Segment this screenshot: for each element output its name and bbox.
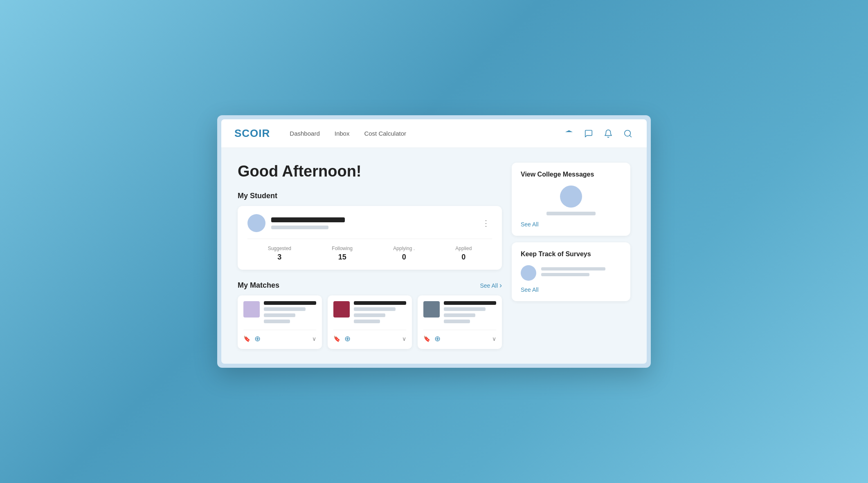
header-icons <box>563 128 634 139</box>
left-panel: Good Afternoon! My Student ⋮ <box>238 163 502 349</box>
bookmark-icon-1[interactable]: 🔖 <box>243 335 250 342</box>
match-bar-2-4 <box>354 320 380 323</box>
header: SCOIR Dashboard Inbox Cost Calculator <box>221 119 647 148</box>
college-messages-bar <box>546 212 596 215</box>
nav: Dashboard Inbox Cost Calculator <box>290 128 563 139</box>
match-card-3: 🔖 ⊕ ∨ <box>418 295 502 349</box>
college-logo-3 <box>423 301 440 318</box>
match-bar-2-2 <box>354 307 396 311</box>
match-bar-2-3 <box>354 313 385 317</box>
survey-bar-1 <box>541 267 605 271</box>
bank-icon[interactable] <box>563 128 575 139</box>
stat-applied-label: Applied <box>455 246 472 251</box>
greeting: Good Afternoon! <box>238 163 502 180</box>
nav-cost-calculator[interactable]: Cost Calculator <box>364 128 406 139</box>
student-card: ⋮ Suggested 3 Following 15 Apply <box>238 206 502 270</box>
college-logo-1 <box>243 301 260 318</box>
student-info <box>271 217 480 229</box>
surveys-card: Keep Track of Surveys See All <box>512 242 630 301</box>
stat-suggested: Suggested 3 <box>268 246 291 262</box>
stat-following-label: Following <box>332 246 353 251</box>
nav-inbox[interactable]: Inbox <box>335 128 350 139</box>
app-container: SCOIR Dashboard Inbox Cost Calculator <box>221 119 647 364</box>
stat-following: Following 15 <box>332 246 353 262</box>
right-panel: View College Messages See All Keep Track… <box>512 163 630 349</box>
college-messages-avatar <box>560 186 582 208</box>
match-card-1-header <box>243 301 316 326</box>
match-actions-3: 🔖 ⊕ ∨ <box>423 330 496 343</box>
search-icon[interactable] <box>622 128 634 139</box>
window-frame: SCOIR Dashboard Inbox Cost Calculator <box>217 115 651 368</box>
student-header: ⋮ <box>247 214 492 232</box>
college-messages-body <box>521 186 621 215</box>
match-bar-1-1 <box>264 301 316 305</box>
student-sub-bar <box>271 226 328 229</box>
chevron-icon-2[interactable]: ∨ <box>402 335 406 342</box>
match-actions-1: 🔖 ⊕ ∨ <box>243 330 316 343</box>
college-messages-see-all[interactable]: See All <box>521 221 621 228</box>
student-name-bar <box>271 217 345 222</box>
match-text-1 <box>264 301 316 326</box>
bookmark-icon-3[interactable]: 🔖 <box>423 335 430 342</box>
add-icon-3[interactable]: ⊕ <box>434 334 441 343</box>
stat-applying: Applying . 0 <box>393 246 415 262</box>
college-messages-card: View College Messages See All <box>512 163 630 236</box>
match-bar-1-4 <box>264 320 290 323</box>
stat-applied: Applied 0 <box>455 246 472 262</box>
stat-suggested-label: Suggested <box>268 246 291 251</box>
my-matches-title: My Matches <box>238 281 279 290</box>
match-bar-3-2 <box>444 307 486 311</box>
chevron-icon-3[interactable]: ∨ <box>492 335 496 342</box>
match-card-2: 🔖 ⊕ ∨ <box>328 295 412 349</box>
college-messages-title: View College Messages <box>521 171 621 178</box>
message-icon[interactable] <box>583 128 594 139</box>
bell-icon[interactable] <box>603 128 614 139</box>
more-options-button[interactable]: ⋮ <box>480 217 492 230</box>
my-student-title: My Student <box>238 192 502 200</box>
stats-row: Suggested 3 Following 15 Applying . 0 <box>247 246 492 262</box>
add-icon-1[interactable]: ⊕ <box>254 334 261 343</box>
match-text-3 <box>444 301 496 326</box>
matches-grid: 🔖 ⊕ ∨ <box>238 295 502 349</box>
match-actions-2: 🔖 ⊕ ∨ <box>333 330 406 343</box>
match-text-2 <box>354 301 406 326</box>
student-avatar <box>247 214 265 232</box>
student-divider <box>247 239 492 239</box>
stat-applying-label: Applying . <box>393 246 415 251</box>
nav-dashboard[interactable]: Dashboard <box>290 128 319 139</box>
match-bar-1-3 <box>264 313 295 317</box>
college-logo-2 <box>333 301 350 318</box>
match-bar-1-2 <box>264 307 306 311</box>
stat-applying-value: 0 <box>393 253 415 262</box>
surveys-see-all[interactable]: See All <box>521 286 621 293</box>
stat-following-value: 15 <box>332 253 353 262</box>
bookmark-icon-2[interactable]: 🔖 <box>333 335 340 342</box>
stat-suggested-value: 3 <box>268 253 291 262</box>
survey-bars <box>541 267 621 279</box>
match-card-2-header <box>333 301 406 326</box>
match-bar-3-4 <box>444 320 470 323</box>
surveys-title: Keep Track of Surveys <box>521 250 621 258</box>
main-content: Good Afternoon! My Student ⋮ <box>221 148 647 364</box>
match-bar-3-3 <box>444 313 475 317</box>
match-bar-2-1 <box>354 301 406 305</box>
logo[interactable]: SCOIR <box>234 127 270 140</box>
survey-row <box>521 265 621 281</box>
match-bar-3-1 <box>444 301 496 305</box>
matches-see-all-link[interactable]: See All <box>480 281 502 290</box>
matches-header: My Matches See All <box>238 281 502 290</box>
stat-applied-value: 0 <box>455 253 472 262</box>
survey-avatar <box>521 265 536 281</box>
match-card-3-header <box>423 301 496 326</box>
match-card-1: 🔖 ⊕ ∨ <box>238 295 322 349</box>
chevron-icon-1[interactable]: ∨ <box>312 335 316 342</box>
survey-bar-2 <box>541 273 589 276</box>
add-icon-2[interactable]: ⊕ <box>344 334 351 343</box>
